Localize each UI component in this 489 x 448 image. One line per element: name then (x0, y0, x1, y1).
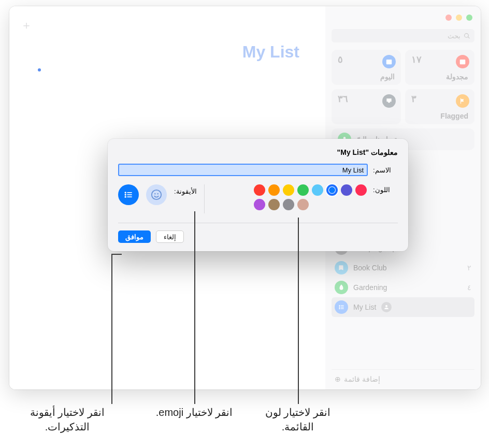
color-swatch[interactable] (268, 199, 280, 210)
callout-text-emoji: انقر لاختيار emoji. (150, 405, 238, 420)
svg-rect-13 (341, 306, 344, 306)
smart-lists-grid: ١٧ مجدولة ٥ اليوم ٣ Flagged ٣٦ تم إسناده… (332, 50, 474, 150)
tray-icon (382, 94, 396, 108)
color-swatch[interactable] (254, 184, 265, 196)
list-info-modal: معلومات "My List" الاسم: اللون: الأيقونة… (108, 139, 408, 251)
ok-button[interactable]: موافق (118, 230, 151, 243)
app-window: بحث ١٧ مجدولة ٥ اليوم ٣ Flagged ٣٦ (9, 6, 481, 389)
smart-card-flagged[interactable]: ٣ Flagged (405, 89, 474, 124)
svg-point-23 (125, 194, 126, 195)
scheduled-count: ١٧ (411, 54, 422, 65)
smart-card-scheduled[interactable]: ١٧ مجدولة (405, 50, 474, 85)
add-list-label: إضافة قائمة (344, 375, 380, 383)
color-swatch[interactable] (283, 199, 294, 210)
modal-divider (118, 223, 398, 223)
list-count: ٢ (467, 264, 471, 272)
cancel-button[interactable]: إلغاء (156, 230, 184, 243)
svg-point-21 (125, 192, 126, 193)
smart-card-all[interactable]: ٣٦ (332, 89, 401, 124)
callout-line-color (298, 218, 299, 404)
smiley-icon (151, 189, 162, 200)
search-icon (464, 33, 470, 39)
svg-rect-1 (386, 60, 392, 64)
color-swatch[interactable] (312, 184, 323, 196)
smart-card-today[interactable]: ٥ اليوم (332, 50, 401, 85)
color-label: اللون: (373, 184, 398, 194)
close-window-button[interactable] (445, 15, 452, 21)
vertical-divider (204, 184, 205, 213)
svg-rect-0 (460, 60, 466, 64)
add-reminder-button[interactable]: ＋ (21, 18, 32, 33)
list-icon-button[interactable] (118, 184, 139, 205)
page-title: My List (242, 42, 299, 62)
scheduled-label: مجدولة (446, 73, 468, 81)
plus-circle-icon: ⊕ (335, 375, 341, 383)
minimize-window-button[interactable] (456, 15, 462, 21)
all-count: ٣٦ (338, 93, 348, 105)
emoji-picker-button[interactable] (146, 184, 167, 205)
svg-rect-24 (127, 194, 132, 195)
svg-point-19 (154, 193, 155, 194)
list-name-input[interactable] (118, 164, 368, 176)
color-swatch[interactable] (341, 184, 352, 196)
color-swatch[interactable] (283, 184, 294, 196)
list-color-icon (335, 261, 348, 274)
today-icon (382, 55, 396, 68)
sidebar-list-item[interactable]: ٤ Gardening (332, 278, 474, 297)
svg-rect-17 (341, 308, 344, 309)
svg-point-12 (339, 305, 340, 306)
svg-point-16 (339, 308, 340, 309)
traffic-lights (445, 15, 472, 21)
list-label: Gardening (353, 283, 387, 292)
callout-text-icon: انقر لاختيار أيقونة التذكيرات. (13, 405, 122, 434)
list-color-icon (335, 281, 348, 294)
icon-label: الأيقونة: (174, 184, 197, 195)
search-input[interactable]: بحث (332, 29, 474, 42)
color-swatch[interactable] (268, 184, 280, 196)
flagged-count: ٣ (411, 93, 416, 105)
svg-point-11 (385, 305, 387, 307)
svg-point-14 (339, 307, 340, 308)
calendar-icon (456, 55, 469, 68)
sidebar-list-item[interactable]: My List (332, 297, 474, 317)
sidebar-list-item[interactable]: ٢ Book Club (332, 258, 474, 278)
color-swatches (254, 184, 368, 210)
callout-text-color: انقر لاختيار لون القائمة. (249, 405, 347, 434)
modal-title: معلومات "My List" (118, 148, 398, 156)
search-placeholder: بحث (448, 32, 461, 40)
flagged-label: Flagged (440, 112, 468, 120)
callout-line-emoji (194, 211, 195, 404)
maximize-window-button[interactable] (466, 15, 472, 21)
name-label: الاسم: (373, 166, 398, 174)
list-label: Book Club (353, 264, 387, 272)
svg-rect-22 (127, 192, 132, 193)
flag-icon (456, 94, 469, 108)
list-label: My List (353, 303, 376, 311)
callout-line-icon (111, 254, 112, 404)
list-count: ٤ (467, 283, 471, 292)
color-swatch[interactable] (297, 184, 309, 196)
svg-rect-15 (341, 307, 344, 307)
person-icon (381, 302, 392, 312)
callout-line-icon-h (111, 254, 122, 255)
add-list-button[interactable]: إضافة قائمة ⊕ (332, 369, 474, 383)
color-swatch[interactable] (326, 184, 338, 196)
reminder-bullet (38, 68, 41, 71)
list-color-icon (335, 300, 348, 314)
color-swatch[interactable] (355, 184, 367, 196)
today-label: اليوم (380, 73, 395, 81)
svg-rect-26 (127, 196, 132, 197)
svg-point-25 (125, 196, 126, 198)
today-count: ٥ (338, 54, 343, 65)
color-swatch[interactable] (254, 199, 265, 210)
color-swatch[interactable] (297, 199, 309, 210)
list-bullets-icon (123, 190, 134, 200)
svg-point-20 (157, 193, 159, 194)
svg-point-18 (152, 190, 161, 199)
